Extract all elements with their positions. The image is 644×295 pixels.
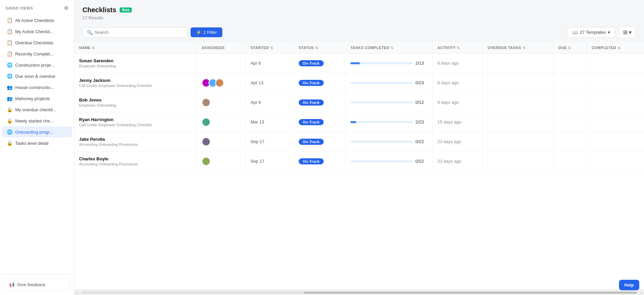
sidebar-label-house: House constructio... [15,85,54,90]
sidebar-item-newly-started[interactable]: 🔒 Newly started che... [2,115,72,126]
cell-started-3: Apr 6 [246,93,294,112]
cell-activity-2: 8 days ago [432,73,482,93]
checklist-sub-5: Accounting Onboarding Procedures [79,142,192,146]
sort-name[interactable]: NAME ⇅ [79,46,95,50]
sidebar-icon-my-overdue: 🔒 [7,107,13,112]
cell-name-3: Bob JonesEmployee Onboarding [74,93,197,112]
sidebar-item-due-soon[interactable]: 🌐 Due soon & overdue [2,71,72,82]
cell-due-6 [553,152,587,171]
progress-fill-4 [350,121,356,123]
sidebar-label-all-active: All Active Checklists [15,18,54,23]
cell-status-2: On-Track [294,73,346,93]
sidebar-item-house[interactable]: 👥 House constructio... [2,82,72,93]
sidebar-item-construction[interactable]: 🌐 Construction proje... [2,60,72,70]
checklist-name-3: Bob Jones [79,97,192,103]
help-button[interactable]: Help [619,280,639,290]
scroll-thumb[interactable] [304,292,637,294]
sidebar-label-newly-started: Newly started che... [15,118,54,123]
checklist-sub-6: Accounting Onboarding Procedures [79,162,192,166]
col-header-name[interactable]: NAME ⇅ [74,42,197,53]
checklist-sub-2: Call Center Employee Onboarding Checklis… [79,84,192,88]
progress-wrap-4: 2/23 [350,119,427,124]
sidebar-item-my-overdue[interactable]: 🔒 My overdue checkli... [2,104,72,115]
tasks-count-4: 2/23 [416,119,428,124]
sidebar-item-recently[interactable]: 📋 Recently Complet... [2,48,72,59]
cell-status-3: On-Track [294,93,346,112]
assignees-group-3 [202,98,241,107]
sidebar-footer: 📢 Give feedback [0,274,74,295]
cell-activity-1: 8 days ago [432,53,482,73]
table-row[interactable]: Charles BoyleAccounting Onboarding Proce… [74,152,644,171]
sidebar-item-overdue[interactable]: 📋 Overdue Checklists [2,37,72,48]
sidebar-item-mahoney[interactable]: 👥 Mahoney projects [2,93,72,104]
assignees-group-4 [202,118,241,127]
table-row[interactable]: Jenny JacksonCall Center Employee Onboar… [74,73,644,93]
toggle-chevron-icon: ▾ [629,29,631,36]
sidebar-icon-tasks-level: 🔒 [7,140,13,146]
sidebar-item-tasks-level[interactable]: 🔒 Tasks level detail [2,138,72,149]
progress-bg-5 [350,141,413,143]
view-toggle-button[interactable]: ⊞ ▾ [619,26,636,38]
col-header-due[interactable]: DUE ⇅ [553,42,587,53]
col-header-overdue_tasks[interactable]: OVERDUE TASKS ⇅ [483,42,554,53]
search-input[interactable] [95,30,183,35]
templates-chevron-icon: ▾ [608,30,610,35]
progress-wrap-5: 0/22 [350,139,427,144]
col-header-activity[interactable]: ACTIVITY ⇅ [432,42,482,53]
sidebar-label-overdue: Overdue Checklists [15,40,53,45]
cell-name-2: Jenny JacksonCall Center Employee Onboar… [74,73,197,93]
col-header-started[interactable]: STARTED ⇅ [246,42,294,53]
cell-status-1: On-Track [294,53,346,73]
cell-activity-3: 9 days ago [432,93,482,112]
templates-button[interactable]: 📖 27 Templates ▾ [567,27,615,38]
cell-name-1: Susan SarendenEmployee Onboarding [74,53,197,73]
scroll-left-arrow[interactable]: ‹ [74,290,80,295]
cell-name-6: Charles BoyleAccounting Onboarding Proce… [74,152,197,171]
activity-text-4: 15 days ago [438,119,462,124]
horizontal-scrollbar[interactable]: ‹ › [74,290,644,295]
checklist-name-4: Ryan Harrington [79,117,192,122]
feedback-button[interactable]: 📢 Give feedback [4,278,70,291]
sort-icon-overdue_tasks: ⇅ [523,46,525,50]
sidebar-icon-recently: 📋 [7,51,13,56]
toolbar: 🔍 ⚡ 1 Filter 📖 27 Templates ▾ ⊞ ▾ [74,24,644,42]
sort-due[interactable]: DUE ⇅ [559,46,571,50]
cell-started-5: Sep 17 [246,132,294,152]
scroll-track[interactable] [81,292,637,294]
sidebar-item-my-active[interactable]: 📋 My Active Checkli... [2,26,72,37]
sort-icon-tasks_completed: ⇅ [391,46,393,50]
activity-text-3: 9 days ago [438,100,459,105]
col-header-tasks_completed[interactable]: TASKS COMPLETED ⇅ [346,42,432,53]
table-body: Susan SarendenEmployee OnboardingApr 6On… [74,53,644,171]
status-badge-2: On-Track [299,80,324,86]
sort-completed[interactable]: COMPLETED ⇅ [592,46,620,50]
checklist-name-1: Susan Sarenden [79,58,192,63]
table-row[interactable]: Bob JonesEmployee OnboardingApr 6On-Trac… [74,93,644,112]
feedback-label: Give feedback [17,282,45,287]
cell-started-2: Apr 13 [246,73,294,93]
search-icon: 🔍 [87,30,93,35]
activity-text-1: 8 days ago [438,61,459,66]
cell-completed-6 [587,152,644,171]
main-content: Checklists Beta 17 Results 🔍 ⚡ 1 Filter … [74,0,644,295]
saved-views-label: SAVED VIEWS [5,6,33,10]
scroll-right-arrow[interactable]: › [638,290,644,295]
sort-icon-started: ⇅ [270,46,273,50]
add-view-button[interactable]: ⊕ [64,5,69,11]
sort-status[interactable]: STATUS ⇅ [299,46,318,50]
sort-tasks_completed[interactable]: TASKS COMPLETED ⇅ [350,46,394,50]
sort-overdue_tasks[interactable]: OVERDUE TASKS ⇅ [488,46,525,50]
sort-activity[interactable]: ACTIVITY ⇅ [438,46,460,50]
col-header-completed[interactable]: COMPLETED ⇅ [587,42,644,53]
activity-text-2: 8 days ago [438,80,459,85]
cell-started-1: Apr 6 [246,53,294,73]
sidebar-item-onboarding[interactable]: 🌐 Onboarding progr... [2,127,72,137]
table-row[interactable]: Ryan HarringtonCall Center Employee Onbo… [74,112,644,132]
sidebar-label-recently: Recently Complet... [15,51,53,56]
col-header-status[interactable]: STATUS ⇅ [294,42,346,53]
table-row[interactable]: Jake PeroltaAccounting Onboarding Proced… [74,132,644,152]
sidebar-item-all-active[interactable]: 📋 All Active Checklists [2,15,72,26]
filter-button[interactable]: ⚡ 1 Filter [191,27,222,37]
table-row[interactable]: Susan SarendenEmployee OnboardingApr 6On… [74,53,644,73]
sort-started[interactable]: STARTED ⇅ [250,46,273,50]
